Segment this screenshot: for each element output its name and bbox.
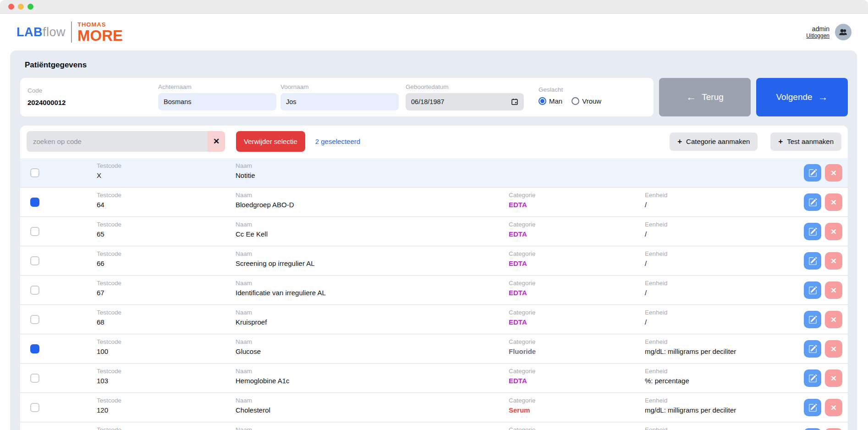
naam-value: Kruisproef <box>236 318 267 326</box>
delete-button[interactable]: ✕ <box>825 223 842 240</box>
close-icon: ✕ <box>830 257 836 265</box>
categorie-label: Categorie <box>509 368 536 375</box>
testcode-cell: Testcode 103 <box>97 368 121 385</box>
edit-button[interactable] <box>804 369 821 387</box>
gender-option-vrouw[interactable]: Vrouw <box>571 97 601 105</box>
naam-cell: Naam Bloedgroep ABO-D <box>236 192 294 209</box>
edit-button[interactable] <box>804 340 821 358</box>
testcode-cell: Testcode <box>97 426 121 430</box>
eenheid-cell: Eenheid mg/dL: milligrams per deciliter <box>645 397 736 414</box>
categorie-value: EDTA <box>509 318 536 326</box>
naam-value: Cholesterol <box>236 406 270 414</box>
table-row: Testcode 67 Naam Identificatie van irreg… <box>20 276 848 305</box>
close-icon: ✕ <box>830 287 836 294</box>
delete-button[interactable]: ✕ <box>825 428 842 430</box>
row-checkbox[interactable] <box>30 403 39 412</box>
logout-link[interactable]: Uitloggen <box>806 33 830 39</box>
create-category-button[interactable]: + Categorie aanmaken <box>670 132 758 151</box>
testcode-cell: Testcode 66 <box>97 250 121 267</box>
categorie-label: Categorie <box>509 426 536 430</box>
birthdate-value: 06/18/1987 <box>411 98 445 105</box>
categorie-label: Categorie <box>509 309 536 316</box>
naam-cell: Naam Glucose <box>236 338 261 355</box>
close-icon: ✕ <box>830 375 836 382</box>
delete-button[interactable]: ✕ <box>825 164 842 182</box>
maximize-window-button[interactable] <box>27 4 33 10</box>
delete-button[interactable]: ✕ <box>825 369 842 387</box>
row-actions: ✕ <box>804 281 842 299</box>
delete-button[interactable]: ✕ <box>825 193 842 211</box>
delete-button[interactable]: ✕ <box>825 340 842 358</box>
naam-cell: Naam Kruisproef <box>236 309 267 326</box>
row-actions: ✕ <box>804 164 842 182</box>
avatar[interactable] <box>835 24 852 40</box>
row-checkbox[interactable] <box>30 256 39 265</box>
naam-label: Naam <box>236 309 267 316</box>
search-input[interactable] <box>27 131 208 152</box>
birthdate-input[interactable]: 06/18/1987 <box>406 93 524 110</box>
edit-button[interactable] <box>804 428 821 430</box>
edit-button[interactable] <box>804 252 821 270</box>
edit-icon <box>808 374 817 383</box>
next-button[interactable]: Volgende → <box>756 78 848 116</box>
close-window-button[interactable] <box>8 4 14 10</box>
delete-button[interactable]: ✕ <box>825 311 842 328</box>
row-checkbox[interactable] <box>30 374 39 383</box>
categorie-label: Categorie <box>509 221 536 228</box>
row-checkbox[interactable] <box>30 227 39 236</box>
create-test-label: Test aanmaken <box>787 138 834 145</box>
naam-cell: Naam Screening op irregulier AL <box>236 250 315 267</box>
lastname-label: Achternaam <box>158 83 280 90</box>
firstname-label: Voornaam <box>280 83 406 90</box>
page-title: Patiëntgegevens <box>25 61 848 70</box>
categorie-label: Categorie <box>509 192 536 198</box>
categorie-cell: Categorie EDTA <box>509 368 536 385</box>
row-checkbox[interactable] <box>30 168 39 177</box>
edit-button[interactable] <box>804 399 821 416</box>
delete-button[interactable]: ✕ <box>825 252 842 270</box>
edit-button[interactable] <box>804 281 821 299</box>
edit-icon <box>808 169 817 177</box>
delete-button[interactable]: ✕ <box>825 399 842 416</box>
patient-form-card: Code 2024000012 Achternaam Voornaam Gebo… <box>20 78 654 116</box>
testcode-label: Testcode <box>97 397 121 404</box>
edit-button[interactable] <box>804 164 821 182</box>
categorie-value: Serum <box>509 406 536 414</box>
testcode-label: Testcode <box>97 192 121 198</box>
row-checkbox[interactable] <box>30 344 39 353</box>
row-checkbox[interactable] <box>30 315 39 324</box>
testcode-value: 103 <box>97 377 121 385</box>
create-test-button[interactable]: + Test aanmaken <box>770 132 841 151</box>
naam-label: Naam <box>236 221 268 228</box>
search-clear-button[interactable]: ✕ <box>208 131 225 152</box>
gender-option-man[interactable]: Man <box>538 97 562 105</box>
lastname-input[interactable] <box>158 93 276 110</box>
radio-man-icon[interactable] <box>538 97 546 105</box>
back-button[interactable]: ← Terug <box>659 78 751 116</box>
edit-button[interactable] <box>804 223 821 240</box>
row-checkbox[interactable] <box>30 198 39 207</box>
calendar-icon[interactable] <box>511 98 518 105</box>
testcode-value: X <box>97 171 121 179</box>
row-actions: ✕ <box>804 252 842 270</box>
naam-value: Identificatie van irreguliere AL <box>236 289 326 297</box>
delete-button[interactable]: ✕ <box>825 281 842 299</box>
eenheid-cell: Eenheid mg/dL: milligrams per deciliter <box>645 338 736 355</box>
edit-button[interactable] <box>804 311 821 328</box>
categorie-cell: Categorie Serum <box>509 397 536 414</box>
row-checkbox[interactable] <box>30 286 39 295</box>
radio-vrouw-icon[interactable] <box>571 97 579 105</box>
delete-selection-button[interactable]: Verwijder selectie <box>236 131 305 152</box>
categorie-cell: Categorie EDTA <box>509 309 536 326</box>
firstname-input[interactable] <box>280 93 399 110</box>
naam-label: Naam <box>236 338 261 345</box>
testcode-label: Testcode <box>97 162 121 169</box>
testcode-value: 65 <box>97 230 121 238</box>
eenheid-cell: Eenheid / <box>645 309 668 326</box>
gender-field-group: Geslacht Man Vrouw <box>538 83 601 116</box>
categorie-cell: Categorie EDTA <box>509 221 536 238</box>
edit-button[interactable] <box>804 193 821 211</box>
minimize-window-button[interactable] <box>18 4 24 10</box>
categorie-cell: Categorie Fluoride <box>509 338 536 355</box>
eenheid-value: / <box>645 201 668 209</box>
